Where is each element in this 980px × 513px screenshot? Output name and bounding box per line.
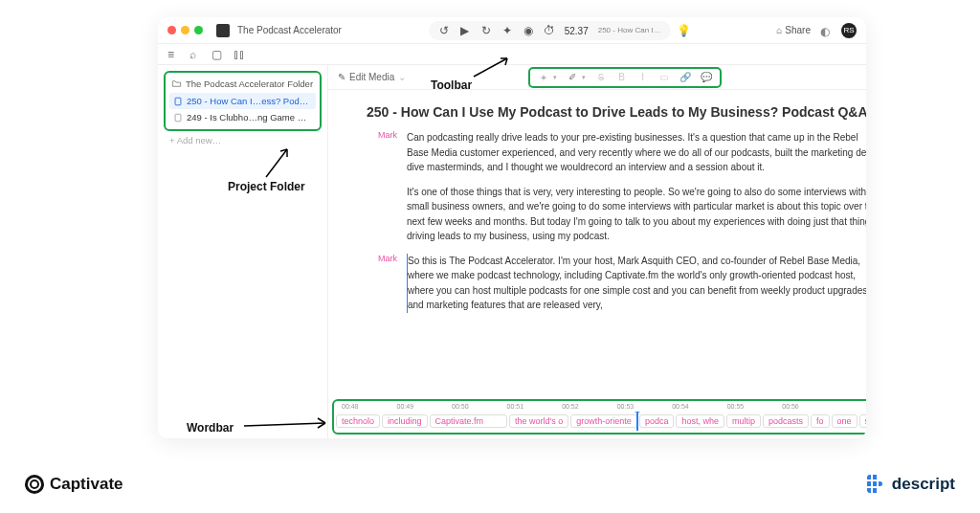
arrow-icon: [239, 412, 335, 435]
playhead[interactable]: [636, 412, 638, 431]
descript-icon: [867, 475, 886, 494]
sidebar: The Podcast Accelerator Folder 250 - How…: [158, 65, 328, 438]
titlebar: The Podcast Accelerator ↺ ▶ ↻ ✦ ◉ ⏱ 52.3…: [158, 17, 866, 44]
library-icon[interactable]: ⫿⫿: [234, 48, 246, 60]
search-icon[interactable]: ⌕: [189, 48, 202, 60]
highlighter-icon[interactable]: ✐: [567, 72, 578, 83]
timer-icon[interactable]: ⏱: [544, 25, 555, 36]
speaker-label[interactable]: Mark: [367, 254, 397, 313]
project-folder-box: The Podcast Accelerator Folder 250 - How…: [164, 71, 322, 131]
captivate-logo: Captivate: [25, 475, 123, 494]
file-item[interactable]: 250 - How Can I…ess? Podcast Q&A: [169, 93, 316, 109]
ruler-tick: 00:52: [562, 403, 579, 410]
wordbar[interactable]: technolo including Captivate.fm the worl…: [336, 412, 866, 431]
word-chip[interactable]: multip: [726, 414, 761, 428]
link-icon[interactable]: 🔗: [679, 72, 691, 83]
ruler-tick: 00:48: [342, 403, 359, 410]
lightbulb-icon[interactable]: 💡: [679, 25, 690, 36]
word-chip[interactable]: including: [382, 414, 428, 428]
word-chip[interactable]: one: [832, 414, 858, 428]
comment-icon[interactable]: 💬: [701, 72, 712, 83]
paragraph-text[interactable]: It's one of those things that is very, v…: [407, 185, 866, 244]
share-label: Share: [785, 25, 811, 35]
folder-name: The Podcast Accelerator Folder: [186, 78, 313, 89]
bold-icon[interactable]: B: [616, 72, 628, 83]
wordbar-ruler: 00:48 00:49 00:50 00:51 00:52 00:53 00:5…: [336, 403, 866, 412]
share-button[interactable]: ⌂ Share: [776, 25, 811, 35]
edit-media-button[interactable]: ✎ Edit Media ⌄: [338, 72, 406, 82]
file-item[interactable]: 249 - Is Clubho…ng Game Changer-: [169, 109, 316, 125]
document-scroll[interactable]: 250 - How Can I Use My Podcast to Drive …: [328, 90, 866, 399]
ruler-tick: 00:50: [452, 403, 469, 410]
playback-time: 52.37: [565, 23, 589, 37]
paragraph-row: Mark So this is The Podcast Accelerator.…: [367, 254, 866, 313]
editor-toolbar: ✎ Edit Media ⌄ ＋▾ ✐▾ S̶ B I ▭ 🔗 💬: [328, 65, 866, 90]
word-chip[interactable]: growth-oriente: [570, 414, 637, 428]
rewind-icon[interactable]: ↺: [438, 25, 450, 36]
avatar[interactable]: RS: [841, 23, 857, 38]
main-area: The Podcast Accelerator Folder 250 - How…: [158, 65, 866, 438]
descript-wordmark: descript: [892, 475, 955, 494]
descript-logo: descript: [867, 475, 955, 494]
ruler-tick: 00:49: [397, 403, 414, 410]
paragraph-row: It's one of those things that is very, v…: [367, 185, 866, 244]
annotation-project-folder: Project Folder: [228, 180, 305, 193]
folder-header[interactable]: The Podcast Accelerator Folder: [169, 77, 316, 93]
paragraph-text[interactable]: So this is The Podcast Accelerator. I'm …: [407, 254, 866, 313]
edit-media-label: Edit Media: [349, 72, 394, 82]
rect-icon[interactable]: ▭: [658, 72, 670, 83]
word-chip[interactable]: simple: [859, 414, 866, 428]
help-icon[interactable]: ◐: [820, 25, 832, 36]
maximize-icon[interactable]: [194, 26, 203, 34]
captivate-icon: [25, 475, 44, 494]
play-icon[interactable]: ▶: [459, 25, 471, 36]
word-chip[interactable]: podca: [639, 414, 675, 428]
minimize-icon[interactable]: [181, 26, 189, 34]
wordbar-highlight: 00:48 00:49 00:50 00:51 00:52 00:53 00:5…: [332, 399, 866, 435]
word-chip[interactable]: technolo: [336, 414, 380, 428]
italic-icon[interactable]: I: [637, 72, 649, 83]
folder-icon: [171, 78, 182, 89]
word-chip[interactable]: Captivate.fm: [430, 414, 508, 428]
breadcrumb[interactable]: 250 - How Can I…: [598, 26, 661, 34]
word-chip[interactable]: host, whe: [676, 414, 724, 428]
strikethrough-icon[interactable]: S̶: [595, 72, 607, 83]
editor: ✎ Edit Media ⌄ ＋▾ ✐▾ S̶ B I ▭ 🔗 💬: [328, 65, 866, 438]
document-title: 250 - How Can I Use My Podcast to Drive …: [367, 103, 866, 121]
captivate-wordmark: Captivate: [50, 475, 123, 494]
svg-rect-1: [175, 114, 181, 122]
svg-rect-0: [175, 98, 181, 105]
formatting-toolbar-highlight: ＋▾ ✐▾ S̶ B I ▭ 🔗 💬: [528, 67, 722, 88]
arrow-icon: [258, 144, 306, 182]
settings-sparkle-icon[interactable]: ✦: [501, 25, 513, 36]
paragraph-row: Mark Can podcasting really drive leads t…: [367, 130, 866, 175]
menu-icon[interactable]: ≡: [167, 48, 180, 60]
pencil-icon: ✎: [338, 72, 345, 82]
app-title: The Podcast Accelerator: [237, 25, 342, 35]
annotation-wordbar: Wordbar: [187, 421, 234, 435]
ruler-tick: 00:54: [672, 403, 689, 410]
document-icon: [173, 97, 183, 106]
playback-controls: ↺ ▶ ↻ ✦ ◉ ⏱ 52.37 250 - How Can I…: [429, 21, 671, 40]
ruler-tick: 00:56: [782, 403, 799, 410]
forward-icon[interactable]: ↻: [480, 25, 492, 36]
speaker-label[interactable]: [367, 185, 397, 244]
word-chip[interactable]: fo: [811, 414, 830, 428]
ruler-tick: 00:51: [507, 403, 524, 410]
paragraph-text[interactable]: Can podcasting really drive leads to you…: [407, 130, 866, 175]
app-icon: [216, 24, 230, 37]
speaker-label[interactable]: Mark: [367, 130, 397, 175]
clipboard-icon[interactable]: ▢: [212, 48, 224, 60]
word-chip[interactable]: the world's o: [509, 414, 568, 428]
arrow-icon: [469, 53, 526, 81]
word-chip[interactable]: podcasts: [763, 414, 809, 428]
annotation-toolbar: Toolbar: [431, 78, 472, 92]
document-icon: [173, 113, 183, 123]
ruler-tick: 00:53: [617, 403, 635, 410]
home-icon: ⌂: [776, 25, 782, 35]
file-label: 249 - Is Clubho…ng Game Changer-: [187, 112, 312, 123]
plus-icon[interactable]: ＋: [538, 72, 549, 83]
record-icon[interactable]: ◉: [523, 25, 534, 36]
window-controls[interactable]: [167, 26, 203, 34]
close-icon[interactable]: [167, 26, 176, 34]
